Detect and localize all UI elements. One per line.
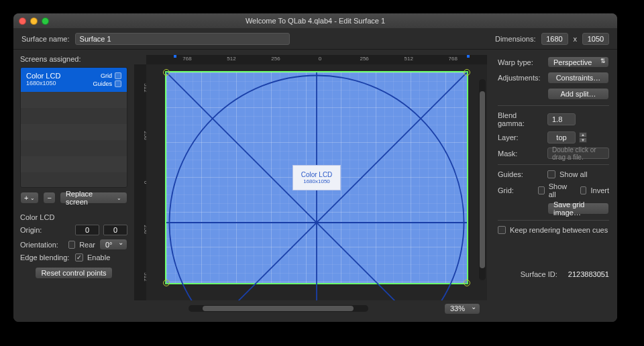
grid-invert-label: Invert xyxy=(590,186,609,194)
control-point-bl[interactable] xyxy=(163,280,170,286)
keep-rendering-label: Keep rendering between cues xyxy=(510,226,608,234)
titlebar: Welcome To QLab 4.qlab4 - Edit Surface 1 xyxy=(13,13,617,28)
layer-input[interactable] xyxy=(547,131,576,143)
surface-name-input[interactable] xyxy=(75,33,290,45)
constraints-button[interactable]: Constraints… xyxy=(547,72,609,84)
grid-showall-checkbox[interactable] xyxy=(538,186,545,194)
screen-item-res: 1680x1050 xyxy=(26,80,60,86)
left-panel: Screens assigned: Color LCD 1680x1050 Gr… xyxy=(13,50,134,322)
grid-showall-label: Show all xyxy=(549,182,571,198)
screen-guides-checkbox[interactable] xyxy=(115,80,121,87)
origin-y-input[interactable] xyxy=(103,225,127,235)
adjustments-label: Adjustments: xyxy=(498,74,543,82)
orientation-label: Orientation: xyxy=(20,241,64,249)
guides-showall-label: Show all xyxy=(559,170,588,178)
reset-control-points-button[interactable]: Reset control points xyxy=(35,267,112,279)
keep-rendering-checkbox[interactable] xyxy=(498,226,506,234)
control-point-br[interactable] xyxy=(464,280,470,286)
window-title: Welcome To QLab 4.qlab4 - Edit Surface 1 xyxy=(13,17,617,25)
surface-center-label: Color LCD 1680x1050 xyxy=(292,165,341,190)
canvas[interactable]: Color LCD 1680x1050 xyxy=(146,64,487,300)
origin-label: Origin: xyxy=(20,226,71,234)
mask-dropzone[interactable]: Double click or drag a file. xyxy=(547,148,609,159)
grid-invert-checkbox[interactable] xyxy=(580,186,587,194)
edit-surface-window: Welcome To QLab 4.qlab4 - Edit Surface 1… xyxy=(13,13,617,322)
screen-grid-checkbox[interactable] xyxy=(115,72,121,79)
rotation-select[interactable]: 0° xyxy=(99,239,127,250)
save-grid-image-button[interactable]: Save grid image… xyxy=(547,203,609,215)
dimensions-width-input[interactable] xyxy=(541,33,568,45)
rear-checkbox[interactable] xyxy=(68,241,76,249)
guides-showall-checkbox[interactable] xyxy=(547,170,555,178)
control-point-tr[interactable] xyxy=(464,69,470,76)
screens-list[interactable]: Color LCD 1680x1050 Grid Guides xyxy=(20,67,127,188)
props-header: Color LCD xyxy=(20,213,127,221)
ruler-vertical: 512 256 0 256 512 xyxy=(134,64,146,300)
warp-type-select[interactable]: Perspective xyxy=(547,56,609,68)
remove-screen-button[interactable]: − xyxy=(43,192,55,204)
enable-blend-checkbox[interactable] xyxy=(75,253,83,262)
control-point-tl[interactable] xyxy=(163,69,170,76)
vertical-scrollbar[interactable] xyxy=(479,79,486,280)
guides-label: Guides: xyxy=(498,170,543,178)
screen-item-colorlcd[interactable]: Color LCD 1680x1050 Grid Guides xyxy=(21,68,127,92)
grid-label: Grid: xyxy=(498,186,534,194)
surface-name-label: Surface name: xyxy=(21,35,70,43)
ruler-horizontal: 768 512 256 0 256 512 768 xyxy=(146,55,487,64)
dimensions-height-input[interactable] xyxy=(582,33,609,45)
blend-gamma-input[interactable] xyxy=(547,113,576,125)
dimensions-x: x xyxy=(574,35,578,43)
dimensions-label: Dimensions: xyxy=(495,35,536,43)
surface-id-value: 2123883051 xyxy=(568,270,609,278)
blend-gamma-label: Blend gamma: xyxy=(498,111,543,127)
replace-screen-button[interactable]: Replace screen⌄ xyxy=(60,192,127,204)
zoom-select[interactable]: 33% xyxy=(444,303,480,314)
topbar: Surface name: Dimensions: x xyxy=(13,28,617,50)
enable-label: Enable xyxy=(87,253,110,262)
add-split-button[interactable]: Add split… xyxy=(547,88,609,100)
layer-stepper[interactable]: ▲▼ xyxy=(579,132,587,143)
warp-type-label: Warp type: xyxy=(498,58,543,66)
right-panel: Warp type: Perspective Adjustments: Cons… xyxy=(490,50,617,322)
origin-x-input[interactable] xyxy=(75,225,99,235)
surface-rect[interactable]: Color LCD 1680x1050 xyxy=(165,71,468,284)
screen-grid-label: Grid xyxy=(101,72,112,80)
horizontal-scrollbar[interactable] xyxy=(189,305,368,312)
mask-label: Mask: xyxy=(498,150,543,158)
screen-guides-label: Guides xyxy=(93,80,112,88)
surface-id-label: Surface ID: xyxy=(521,270,557,278)
screen-item-name: Color LCD xyxy=(26,72,60,80)
screens-assigned-label: Screens assigned: xyxy=(20,55,127,63)
add-screen-button[interactable]: +⌄ xyxy=(20,192,39,204)
rear-label: Rear xyxy=(79,241,95,249)
edge-blend-label: Edge blending: xyxy=(20,253,71,262)
canvas-panel: 768 512 256 0 256 512 768 512 256 0 256 … xyxy=(134,50,490,322)
layer-label: Layer: xyxy=(498,133,543,141)
